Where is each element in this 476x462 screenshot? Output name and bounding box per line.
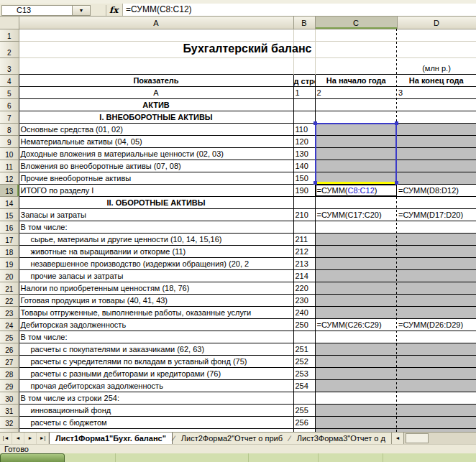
cell-A19[interactable]: незавершенное производство (издержки обр… [19,257,293,269]
cell-B25[interactable] [293,331,315,343]
scrollbar-thumb[interactable] [406,433,429,443]
row-header-25[interactable]: 25 [0,331,19,343]
cell-B7[interactable] [293,111,315,123]
taskbar-button[interactable] [0,453,65,462]
cell-C25[interactable] [315,331,397,343]
cell-A5[interactable]: А [19,86,293,98]
cell-D11[interactable] [397,160,476,172]
row-header-2[interactable]: 2 [0,41,19,57]
row-header-10[interactable]: 10 [0,147,19,160]
cell-D14[interactable] [397,196,476,208]
row-header-5[interactable]: 5 [0,86,19,98]
cell-B21[interactable]: 220 [293,282,315,294]
row-header-22[interactable]: 22 [0,294,19,306]
row-header-11[interactable]: 11 [0,160,19,172]
cell-C1[interactable] [315,29,397,41]
cell-A16[interactable]: В том числе: [19,221,293,233]
cell-A28[interactable]: расчеты с разными дебиторами и кредитора… [19,367,293,379]
cell-D3[interactable]: (млн р.) [397,57,476,74]
cell-B13[interactable]: 190 [293,184,315,196]
row-header-4[interactable]: 4 [0,74,19,86]
cell-B32[interactable]: 256 [293,416,315,428]
cell-A12[interactable]: Прочие внеоборотные активы [19,172,293,184]
row-header-19[interactable]: 19 [0,257,19,269]
cell-D23[interactable] [397,306,476,318]
cell-B3[interactable] [293,57,315,74]
tab-prev-button[interactable]: ◄ [12,433,24,444]
cell-D24[interactable]: =СУММ(D26:D29) [397,318,476,331]
cell-C29[interactable] [315,379,397,392]
cell-D30[interactable] [397,392,476,404]
selection-handle[interactable] [313,121,317,125]
horizontal-scrollbar[interactable] [403,433,476,444]
row-header-1[interactable]: 1 [0,29,19,41]
cell-D22[interactable] [397,294,476,306]
cell-B4[interactable]: д стро [293,74,315,86]
cell-D1[interactable] [397,29,476,41]
cell-A3[interactable] [19,57,293,74]
selection-handle[interactable] [395,121,398,125]
cell-A22[interactable]: Готовая продукция и товары (40, 41, 43) [19,294,293,306]
row-header-7[interactable]: 7 [0,111,19,123]
cell-A13[interactable]: ИТОГО по разделу I [19,184,293,196]
cell-D7[interactable] [397,111,476,123]
cell-B11[interactable]: 140 [293,160,315,172]
cell-C26[interactable] [315,343,397,355]
cell-D27[interactable] [397,355,476,367]
cell-C17[interactable] [315,233,397,245]
cell-A29[interactable]: прочая дебиторская задолженность [19,379,293,392]
cell-D12[interactable] [397,172,476,184]
select-all-corner[interactable] [0,17,19,29]
cell-C4[interactable]: На начало года [315,74,397,86]
cell-D29[interactable] [397,379,476,392]
col-header-C[interactable]: C [315,17,397,29]
cell-B14[interactable] [293,196,315,208]
cell-C15[interactable]: =СУММ(C17:C20) [315,208,397,221]
cell-D19[interactable] [397,257,476,269]
row-header-21[interactable]: 21 [0,282,19,294]
selection-handle[interactable] [395,181,398,185]
row-header-9[interactable]: 9 [0,135,19,147]
cell-C14[interactable] [315,196,397,208]
cell-B5[interactable]: 1 [293,86,315,98]
name-box-dropdown-icon[interactable]: ▼ [72,5,91,16]
cell-D9[interactable] [397,135,476,147]
cell-A25[interactable]: В том числе: [19,331,293,343]
cell-D28[interactable] [397,367,476,379]
cell-B30[interactable] [293,392,315,404]
cell-B26[interactable]: 251 [293,343,315,355]
cell-D8[interactable] [397,123,476,135]
cell-A27[interactable]: расчеты с учредителями по вкладам в уста… [19,355,293,367]
row-header-32[interactable]: 32 [0,416,19,428]
cell-B23[interactable]: 240 [293,306,315,318]
cell-C3[interactable] [315,57,397,74]
tab-last-button[interactable]: ►| [37,433,49,444]
cell-A11[interactable]: Вложения во внеоборотные активы (07, 08) [19,160,293,172]
cell-D26[interactable] [397,343,476,355]
cell-C31[interactable] [315,404,397,416]
cell-C21[interactable] [315,282,397,294]
cell-C7[interactable] [315,111,397,123]
cell-A17[interactable]: сырье, материалы и другие ценности (10, … [19,233,293,245]
row-header-27[interactable]: 27 [0,355,19,367]
cell-B20[interactable]: 214 [293,269,315,282]
cell-B10[interactable]: 130 [293,147,315,160]
cell-A26[interactable]: расчеты с покупателями и заказчиками (62… [19,343,293,355]
cell-B27[interactable]: 252 [293,355,315,367]
cell-B19[interactable]: 213 [293,257,315,269]
cell-D21[interactable] [397,282,476,294]
row-header-13[interactable]: 13 [0,184,19,196]
cell-B24[interactable]: 250 [293,318,315,331]
cell-B12[interactable]: 150 [293,172,315,184]
cell-B8[interactable]: 110 [293,123,315,135]
row-header-24[interactable]: 24 [0,318,19,331]
sheet-tab-balance[interactable]: Лист1Форма1"Бухг. баланс" [49,433,173,444]
cell-D18[interactable] [397,245,476,257]
cell-B15[interactable]: 210 [293,208,315,221]
cell-A4[interactable]: Показатель [19,74,293,86]
cell-A30[interactable]: В том числе из строки 254: [19,392,293,404]
cell-C22[interactable] [315,294,397,306]
row-header-28[interactable]: 28 [0,367,19,379]
cell-C23[interactable] [315,306,397,318]
cell-A8[interactable]: Основные средства (01, 02) [19,123,293,135]
